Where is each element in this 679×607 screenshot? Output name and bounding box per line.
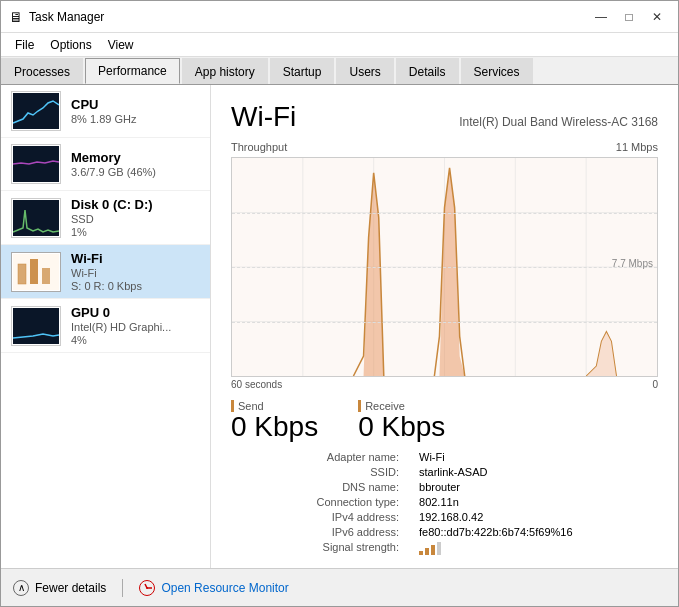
signal-value [419,541,658,555]
minimize-button[interactable]: — [588,5,614,29]
sidebar-item-memory[interactable]: Memory 3.6/7.9 GB (46%) [1,138,210,191]
tab-bar: Processes Performance App history Startu… [1,57,678,85]
grid-line-2 [232,267,657,268]
svg-rect-5 [30,259,38,284]
connection-label: Connection type: [231,496,399,508]
wifi-sub2: S: 0 R: 0 Kbps [71,280,200,292]
dns-value: bbrouter [419,481,658,493]
menu-options[interactable]: Options [44,36,97,54]
maximize-button[interactable]: □ [616,5,642,29]
svg-rect-4 [18,264,26,284]
signal-bar-1 [419,551,423,555]
sidebar: CPU 8% 1.89 GHz Memory 3.6/7.9 GB (46%) [1,85,211,568]
detail-title: Wi-Fi [231,101,296,133]
signal-bar-3 [431,545,435,555]
cpu-mini-chart [11,91,61,131]
bottom-bar: ∧ Fewer details Open Resource Monitor [1,568,678,606]
sidebar-item-cpu[interactable]: CPU 8% 1.89 GHz [1,85,210,138]
max-label: 11 Mbps [616,141,658,153]
title-bar: 🖥 Task Manager — □ ✕ [1,1,678,33]
open-resource-monitor-label: Open Resource Monitor [161,581,288,595]
svg-rect-8 [13,308,59,344]
main-content: CPU 8% 1.89 GHz Memory 3.6/7.9 GB (46%) [1,85,678,568]
open-resource-monitor-button[interactable]: Open Resource Monitor [139,580,288,596]
time-end: 0 [652,379,658,390]
tab-app-history[interactable]: App history [182,58,268,84]
wifi-chart: 7.7 Mbps [231,157,658,377]
gpu-sub2: 4% [71,334,200,346]
cpu-label: CPU [71,97,200,112]
detail-header: Wi-Fi Intel(R) Dual Band Wireless-AC 316… [231,101,658,133]
fewer-details-button[interactable]: ∧ Fewer details [13,580,106,596]
receive-value: 0 Kbps [358,412,445,443]
close-button[interactable]: ✕ [644,5,670,29]
tab-processes[interactable]: Processes [1,58,83,84]
memory-mini-chart [11,144,61,184]
svg-marker-17 [353,173,383,376]
memory-sidebar-text: Memory 3.6/7.9 GB (46%) [71,150,200,178]
gpu-sub1: Intel(R) HD Graphi... [71,321,200,333]
mid-label: 7.7 Mbps [612,258,653,269]
svg-point-22 [146,587,148,589]
connection-value: 802.11n [419,496,658,508]
time-start: 60 seconds [231,379,282,390]
ssid-value: starlink-ASAD [419,466,658,478]
memory-sub: 3.6/7.9 GB (46%) [71,166,200,178]
gpu-label: GPU 0 [71,305,200,320]
svg-rect-1 [13,146,59,182]
grid-line-1 [232,213,657,214]
signal-bar-4 [437,542,441,555]
svg-marker-19 [586,331,616,376]
memory-label: Memory [71,150,200,165]
disk-label: Disk 0 (C: D:) [71,197,200,212]
resource-monitor-icon [139,580,155,596]
fewer-details-label: Fewer details [35,581,106,595]
gpu-mini-chart [11,306,61,346]
throughput-label: Throughput [231,141,287,153]
receive-block: Receive 0 Kbps [358,400,445,443]
tab-startup[interactable]: Startup [270,58,335,84]
grid-line-3 [232,322,657,323]
disk-sidebar-text: Disk 0 (C: D:) SSD 1% [71,197,200,238]
bottom-separator [122,579,123,597]
detail-pane: Wi-Fi Intel(R) Dual Band Wireless-AC 316… [211,85,678,568]
disk-sub2: 1% [71,226,200,238]
sidebar-item-wifi[interactable]: Wi-Fi Wi-Fi S: 0 R: 0 Kbps [1,245,210,299]
chart-time-row: 60 seconds 0 [231,379,658,390]
svg-rect-6 [42,268,50,284]
ipv6-label: IPv6 address: [231,526,399,538]
signal-label: Signal strength: [231,541,399,555]
detail-subtitle: Intel(R) Dual Band Wireless-AC 3168 [459,115,658,129]
tab-users[interactable]: Users [336,58,393,84]
ipv4-value: 192.168.0.42 [419,511,658,523]
gpu-sidebar-text: GPU 0 Intel(R) HD Graphi... 4% [71,305,200,346]
stats-row: Send 0 Kbps Receive 0 Kbps [231,400,658,443]
app-icon: 🖥 [9,9,23,25]
disk-sub1: SSD [71,213,200,225]
menu-view[interactable]: View [102,36,140,54]
chart-label-row: Throughput 11 Mbps [231,141,658,153]
dns-label: DNS name: [231,481,399,493]
wifi-sidebar-text: Wi-Fi Wi-Fi S: 0 R: 0 Kbps [71,251,200,292]
cpu-sub: 8% 1.89 GHz [71,113,200,125]
wifi-label: Wi-Fi [71,251,200,266]
menu-file[interactable]: File [9,36,40,54]
menu-bar: File Options View [1,33,678,57]
adapter-name-value: Wi-Fi [419,451,658,463]
wifi-mini-chart [11,252,61,292]
adapter-name-label: Adapter name: [231,451,399,463]
window-title: Task Manager [29,10,104,24]
send-value: 0 Kbps [231,412,318,443]
title-bar-controls: — □ ✕ [588,5,670,29]
cpu-sidebar-text: CPU 8% 1.89 GHz [71,97,200,125]
ipv4-label: IPv4 address: [231,511,399,523]
task-manager-window: 🖥 Task Manager — □ ✕ File Options View P… [0,0,679,607]
tab-performance[interactable]: Performance [85,58,180,84]
ssid-label: SSID: [231,466,399,478]
sidebar-item-disk[interactable]: Disk 0 (C: D:) SSD 1% [1,191,210,245]
ipv6-value: fe80::dd7b:422b:6b74:5f69%16 [419,526,658,538]
sidebar-item-gpu[interactable]: GPU 0 Intel(R) HD Graphi... 4% [1,299,210,353]
send-block: Send 0 Kbps [231,400,318,443]
tab-services[interactable]: Services [461,58,533,84]
tab-details[interactable]: Details [396,58,459,84]
